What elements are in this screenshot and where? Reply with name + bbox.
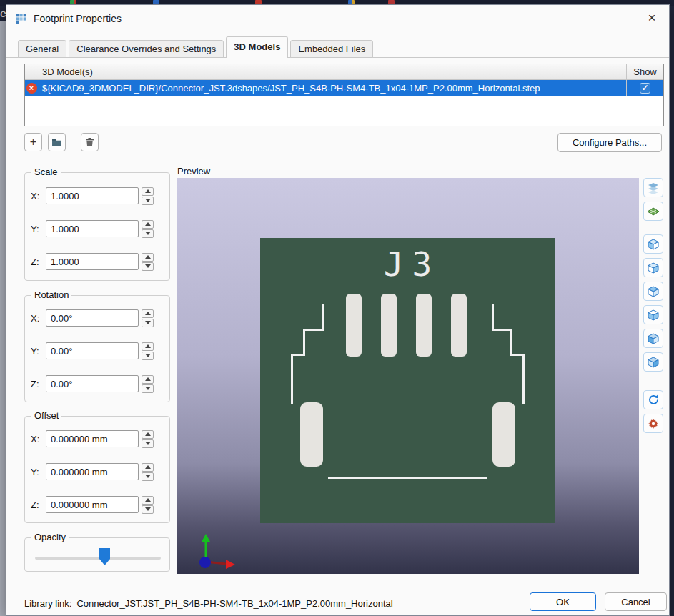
table-header-row: 3D Model(s) Show [25, 64, 663, 80]
rotation-x-spin-down[interactable] [142, 319, 154, 327]
rotation-z-spin-up[interactable] [142, 375, 154, 384]
triangle-down-icon [145, 354, 151, 357]
scale-y-spinner [142, 220, 154, 238]
offset-z-label: Z: [31, 500, 43, 510]
browse-model-button[interactable] [48, 133, 66, 151]
rotation-z-spin-down[interactable] [142, 384, 154, 393]
background-window-edge [0, 21, 6, 616]
offset-z-spin-up[interactable] [142, 496, 154, 505]
offset-group: Offset X: Y: Z: [24, 416, 170, 523]
ok-button[interactable]: OK [530, 592, 596, 611]
rotation-group: Rotation X: Y: Z: [24, 295, 170, 402]
silkscreen-line [303, 329, 324, 331]
rotation-legend: Rotation [31, 289, 71, 300]
delete-model-button[interactable] [81, 133, 99, 151]
pcb-footprint: J3 [260, 238, 555, 523]
rotation-x-input[interactable] [46, 309, 139, 327]
axis-triad-icon [194, 532, 242, 571]
rotation-y-spin-down[interactable] [142, 352, 154, 360]
configure-paths-button[interactable]: Configure Paths... [557, 133, 662, 152]
plus-icon: + [30, 136, 36, 149]
reference-designator: J3 [260, 245, 555, 284]
tab-bar: General Clearance Overrides and Settings… [18, 36, 375, 58]
triangle-up-icon [145, 189, 151, 193]
pad [381, 294, 397, 357]
scale-x-row: X: [31, 187, 154, 205]
view-right-icon[interactable] [643, 352, 663, 372]
scale-y-label: Y: [31, 224, 43, 234]
view-back-icon[interactable] [643, 258, 663, 277]
triangle-down-icon [145, 387, 151, 390]
show-checkbox[interactable]: ✓ [640, 83, 650, 94]
offset-x-spin-up[interactable] [142, 430, 154, 439]
preview-3d-viewport[interactable]: J3 [177, 178, 639, 574]
model-table-row[interactable]: × ${KICAD9_3DMODEL_DIR}/Connector_JST.3d… [25, 80, 663, 96]
view-left-icon[interactable] [643, 329, 663, 348]
scale-z-spin-up[interactable] [142, 253, 154, 262]
scale-z-row: Z: [31, 252, 154, 271]
offset-z-row: Z: [31, 495, 154, 514]
triangle-down-icon [145, 475, 151, 478]
offset-y-spin-down[interactable] [142, 472, 154, 481]
view-front-icon[interactable] [643, 234, 663, 254]
model-path: ${KICAD9_3DMODEL_DIR}/Connector_JST.3dsh… [38, 80, 626, 96]
scale-y-spin-down[interactable] [142, 229, 154, 238]
silkscreen-line [522, 354, 525, 404]
rotation-x-spin-up[interactable] [142, 309, 154, 318]
offset-x-input[interactable] [46, 430, 139, 447]
tab-clearance-overrides[interactable]: Clearance Overrides and Settings [69, 40, 224, 58]
triangle-up-icon [145, 255, 151, 259]
scale-z-spin-down[interactable] [142, 262, 154, 271]
silkscreen-line [328, 477, 487, 479]
silkscreen-line [303, 329, 305, 356]
pad [416, 294, 432, 357]
offset-y-row: Y: [31, 462, 154, 481]
close-icon: × [648, 10, 655, 26]
triangle-up-icon [145, 432, 151, 436]
opacity-slider-thumb[interactable] [99, 548, 110, 565]
refresh-view-icon[interactable] [643, 390, 663, 409]
offset-y-input[interactable] [46, 463, 139, 480]
rotation-x-label: X: [31, 313, 43, 324]
scale-x-spinner [142, 187, 154, 205]
view-bottom-icon[interactable] [643, 305, 663, 324]
scale-z-input[interactable] [46, 253, 139, 270]
scale-y-row: Y: [31, 219, 154, 238]
tab-general[interactable]: General [18, 40, 66, 58]
offset-y-spin-up[interactable] [142, 463, 154, 472]
triangle-up-icon [145, 312, 151, 315]
scale-y-spin-up[interactable] [142, 220, 154, 229]
scale-x-input[interactable] [46, 187, 139, 204]
scale-x-spin-up[interactable] [142, 187, 154, 196]
footprint-properties-dialog: Footprint Properties × General Clearance… [6, 4, 670, 616]
close-button[interactable]: × [642, 9, 662, 27]
rotation-y-input[interactable] [46, 342, 139, 359]
offset-z-spin-down[interactable] [142, 505, 154, 514]
rotation-z-input[interactable] [46, 375, 139, 392]
rotation-y-spin-up[interactable] [142, 342, 154, 351]
offset-y-label: Y: [31, 467, 43, 477]
silkscreen-line [291, 354, 293, 404]
check-icon: ✓ [641, 84, 648, 92]
settings-icon[interactable] [643, 414, 663, 433]
rotation-z-row: Z: [31, 374, 154, 393]
view-top-icon[interactable] [643, 282, 663, 301]
layers-view-icon[interactable] [643, 178, 663, 197]
triangle-down-icon [145, 232, 151, 235]
trash-icon [85, 137, 94, 147]
opacity-legend: Opacity [31, 532, 69, 542]
tab-3d-models[interactable]: 3D Models [226, 36, 288, 58]
silkscreen-line [492, 329, 512, 331]
tab-embedded-files[interactable]: Embedded Files [290, 40, 373, 58]
offset-z-input[interactable] [46, 496, 139, 513]
cancel-button[interactable]: Cancel [605, 592, 667, 611]
opacity-slider-track[interactable] [35, 557, 161, 560]
offset-y-spinner [142, 463, 154, 481]
add-model-button[interactable]: + [24, 133, 42, 151]
mounting-pad [492, 402, 515, 467]
scale-y-input[interactable] [46, 220, 139, 237]
offset-x-spin-down[interactable] [142, 439, 154, 448]
board-plane-icon[interactable] [643, 202, 663, 221]
scale-x-spin-down[interactable] [142, 197, 154, 205]
screen: e Footprint Properties × General Clearan… [0, 0, 674, 616]
